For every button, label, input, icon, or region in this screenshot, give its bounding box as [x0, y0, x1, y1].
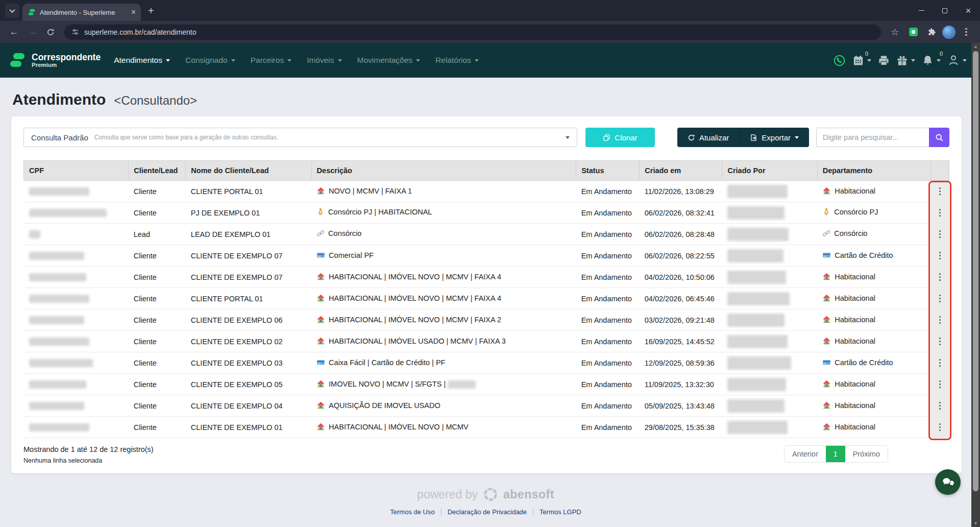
caret-down-icon [416, 59, 420, 62]
row-menu-button[interactable] [930, 245, 949, 266]
window-maximize-button[interactable] [933, 0, 957, 21]
calendar-button[interactable]: 0 [852, 55, 871, 66]
column-nome[interactable]: Nome do Cliente/Lead [186, 161, 311, 181]
query-select[interactable]: Consulta Padrão Consulta que serve como … [23, 128, 577, 147]
column-departamento[interactable]: Departamento [817, 161, 930, 181]
description-cell: HABITACIONAL | IMÓVEL NOVO | MCMV | FAIX… [311, 309, 576, 331]
chat-fab-button[interactable] [935, 469, 961, 495]
tab-close-icon[interactable]: × [131, 8, 136, 16]
house-icon [822, 401, 831, 411]
refresh-button[interactable]: Atualizar [677, 128, 739, 147]
lgpd-terms-link[interactable]: Termos LGPD [533, 508, 587, 516]
new-tab-button[interactable]: + [148, 5, 154, 17]
table-row[interactable]: ClienteCLIENTE PORTAL 01HABITACIONAL | I… [24, 288, 949, 309]
brand-name: Correspondente [32, 53, 101, 62]
gift-button[interactable] [896, 55, 915, 66]
privacy-statement-link[interactable]: Declaração de Privacidade [442, 508, 533, 516]
terms-of-use-link[interactable]: Termos de Uso [384, 508, 441, 516]
table-row[interactable]: ClienteCLIENTE DE EXEMPLO 03Caixa Fácil … [24, 352, 949, 374]
nav-atendimentos[interactable]: Atendimentos [114, 56, 170, 65]
reload-button[interactable] [43, 25, 58, 40]
table-row[interactable]: LeadLEAD DE EXEMPLO 01ConsórcioEm Andame… [24, 224, 949, 245]
table-row[interactable]: ClienteCLIENTE DE EXEMPLO 02HABITACIONAL… [24, 331, 949, 352]
table-row[interactable]: ClientePJ DE EXEMPLO 01$Consórcio PJ | H… [24, 202, 949, 224]
row-menu-button[interactable] [930, 352, 949, 373]
nav-movimentacoes[interactable]: Movimentações [357, 56, 421, 65]
back-button[interactable]: ← [6, 25, 21, 40]
search-input[interactable] [816, 128, 929, 147]
nav-parceiros[interactable]: Parceiros [251, 56, 291, 65]
table-row[interactable]: ClienteCLIENTE DE EXEMPLO 05IMOVEL NOVO … [24, 374, 949, 395]
site-settings-icon [71, 28, 79, 36]
table-row[interactable]: ClienteCLIENTE DE EXEMPLO 04AQUISIÇÃO DE… [24, 395, 949, 417]
whatsapp-button[interactable] [833, 54, 846, 67]
search-icon [935, 133, 944, 142]
nav-relatorios[interactable]: Relatórios [435, 56, 479, 65]
row-menu-button[interactable] [930, 288, 949, 309]
redacted-creator [727, 249, 783, 262]
scroll-up-icon[interactable]: ▲ [971, 44, 980, 49]
print-button[interactable] [878, 55, 890, 66]
user-menu-button[interactable] [947, 54, 967, 66]
row-menu-button[interactable] [930, 331, 949, 352]
table-row[interactable]: ClienteCLIENTE DE EXEMPLO 07HABITACIONAL… [24, 267, 949, 288]
browser-profile-avatar[interactable] [942, 26, 955, 39]
name-cell: CLIENTE PORTAL 01 [186, 181, 311, 202]
forward-button[interactable]: → [24, 25, 40, 40]
next-page-button[interactable]: Próximo [845, 446, 888, 462]
current-page-button[interactable]: 1 [826, 446, 845, 462]
nav-consignado[interactable]: Consignado [185, 56, 235, 65]
previous-page-button[interactable]: Anterior [785, 446, 826, 462]
browser-tab[interactable]: Atendimento - Superleme × [22, 4, 141, 21]
type-cell: Cliente [129, 267, 186, 288]
description-cell: HABITACIONAL | IMÓVEL NOVO | MCMV | FAIX… [311, 267, 576, 288]
search-button[interactable] [929, 128, 949, 147]
row-menu-button[interactable] [930, 181, 949, 202]
row-menu-button[interactable] [930, 417, 949, 438]
created-by-cell [722, 352, 817, 374]
row-menu-button[interactable] [930, 374, 949, 395]
column-descricao[interactable]: Descrição [311, 161, 576, 181]
table-row[interactable]: ClienteCLIENTE DE EXEMPLO 06HABITACIONAL… [24, 309, 949, 331]
selection-status-label: Nenhuma linha selecionada [23, 457, 154, 464]
window-minimize-button[interactable] [910, 0, 933, 21]
brand-logo[interactable]: Correspondente Premium [8, 51, 101, 69]
table-row[interactable]: ClienteCLIENTE DE EXEMPLO 01HABITACIONAL… [24, 417, 949, 438]
row-menu-button[interactable] [930, 267, 949, 288]
page-scrollbar[interactable]: ▲ ▼ [971, 43, 980, 527]
column-criado-em[interactable]: Criado em [640, 161, 722, 181]
cpf-cell [24, 417, 129, 438]
column-cliente-lead[interactable]: Cliente/Lead [129, 161, 186, 181]
extension-icon[interactable] [909, 28, 918, 36]
scrollbar-thumb[interactable] [973, 51, 978, 491]
nav-imoveis[interactable]: Imóveis [307, 56, 341, 65]
row-menu-button[interactable] [930, 202, 949, 223]
house-icon [316, 186, 325, 197]
table-row[interactable]: ClienteCLIENTE DE EXEMPLO 07Comercial PF… [24, 245, 949, 267]
tab-search-button[interactable] [5, 4, 19, 18]
caret-down-icon [566, 136, 570, 139]
clone-button[interactable]: Clonar [585, 128, 655, 147]
column-cpf[interactable]: CPF [24, 161, 129, 181]
column-status[interactable]: Status [576, 161, 640, 181]
row-menu-button[interactable] [930, 395, 949, 416]
bookmark-star-icon[interactable]: ☆ [887, 25, 902, 40]
created-at-cell: 05/09/2025, 13:43:48 [640, 395, 722, 417]
row-menu-button[interactable] [930, 224, 949, 245]
window-close-button[interactable]: × [957, 0, 980, 21]
superleme-favicon [28, 8, 36, 16]
caret-down-icon [963, 59, 967, 62]
row-actions-cell [930, 245, 949, 267]
row-actions-cell [930, 331, 949, 352]
notifications-button[interactable]: 0 [922, 55, 941, 66]
redacted-creator [727, 314, 785, 327]
export-button[interactable]: Exportar [739, 128, 809, 147]
table-row[interactable]: ClienteCLIENTE PORTAL 01NOVO | MCMV | FA… [24, 181, 949, 202]
row-menu-button[interactable] [930, 309, 949, 330]
column-criado-por[interactable]: Criado Por [722, 161, 817, 181]
browser-menu-button[interactable] [959, 25, 974, 40]
row-actions-cell [930, 224, 949, 245]
url-bar[interactable]: superleme.com.br/cad/atendimento [64, 25, 881, 40]
scroll-down-icon[interactable]: ▼ [971, 521, 980, 526]
extensions-puzzle-icon[interactable] [924, 25, 939, 40]
